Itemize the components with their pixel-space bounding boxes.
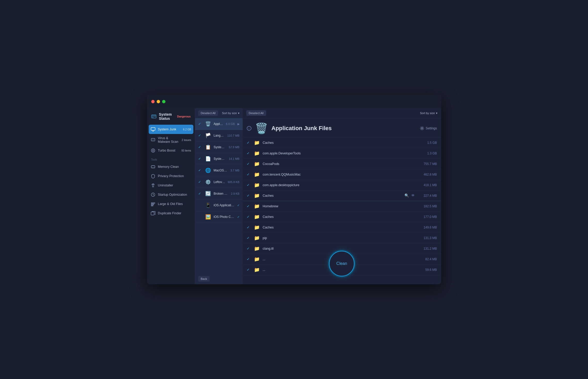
right-panel: Deselect All Sort by size ▾ i 🗑️ Applica… (243, 108, 441, 284)
item-name: Leftovers (214, 180, 225, 184)
sidebar-item-uninstaller[interactable]: Uninstaller (147, 181, 195, 190)
right-list-item[interactable]: ✓ 📁 Homebrew 182.5 MB (243, 201, 441, 212)
maximize-button[interactable] (162, 100, 165, 103)
traffic-lights (151, 100, 165, 103)
uninstaller-label: Uninstaller (158, 184, 191, 187)
header-icon: 🗑️ (255, 122, 268, 135)
svg-point-6 (151, 149, 155, 152)
list-item[interactable]: ✓ ⚙️ Leftovers 605.8 KB (195, 176, 243, 188)
folder-icon: 📁 (254, 182, 260, 188)
folder-icon: 📁 (254, 172, 260, 177)
item-icon: 📋 (205, 144, 211, 150)
privacy-icon (151, 174, 155, 178)
item-icon: 🌐 (205, 167, 211, 173)
right-deselect-all-button[interactable]: Deselect All (246, 110, 266, 116)
eye-action-icon[interactable]: 👁 (411, 193, 416, 198)
list-item[interactable]: 📱 iOS Applications ✓ (195, 200, 243, 211)
item-size: 418.1 MB (419, 183, 437, 187)
item-size: 6.0 GB (226, 122, 235, 125)
item-name: Caches (263, 141, 416, 145)
svg-rect-2 (154, 115, 155, 116)
back-button[interactable]: Back (198, 276, 210, 282)
right-list-item[interactable]: ✓ 📁 Caches 🔍 👁 227.4 MB (243, 191, 441, 201)
right-sort-button[interactable]: Sort by size ▾ (420, 112, 437, 115)
arrow-icon: ▶ (237, 122, 240, 126)
settings-button[interactable]: Settings (420, 126, 437, 130)
list-item[interactable]: ✓ 🗑️ Application Junk Files 6.0 GB ▶ (195, 118, 243, 130)
list-item[interactable]: ✓ 🏳️ Language Files 110.7 MB (195, 130, 243, 141)
folder-icon: 📁 (254, 267, 260, 273)
item-icon: 🖼️ (205, 214, 211, 220)
sidebar-item-duplicate-finder[interactable]: Duplicate Finder (147, 209, 195, 218)
list-item[interactable]: ✓ 🌐 MacOS Localization 3.7 MB (195, 165, 243, 176)
right-list-item[interactable]: ✓ 📁 com.tencent.QQMusicMac 462.8 MB (243, 169, 441, 180)
system-junk-label: System Junk (158, 128, 181, 131)
sidebar: System Status Dangerous System Junk 6.2 … (147, 108, 195, 284)
check-icon: ✓ (247, 225, 251, 230)
right-list-item[interactable]: ✓ 📁 Caches 149.6 MB (243, 222, 441, 233)
folder-icon: 📁 (254, 151, 260, 156)
item-info: System Log Files (214, 145, 226, 149)
main-content: System Status Dangerous System Junk 6.2 … (147, 108, 441, 284)
item-name: System Log Files (214, 145, 226, 149)
check-icon: ✓ (198, 133, 202, 138)
right-list-item[interactable]: ✓ 📁 CocoaPods 755.7 MB (243, 159, 441, 169)
item-name: iOS Photo Cache (214, 215, 235, 219)
sidebar-item-system-junk[interactable]: System Junk 6.2 GB (149, 125, 193, 134)
right-list-item[interactable]: ✓ 📁 com.apple.desktoppicture 418.1 MB (243, 180, 441, 191)
list-item[interactable]: ✓ 📋 System Log Files 57.9 MB (195, 141, 243, 153)
sidebar-item-privacy-protection[interactable]: Privacy Protection (147, 171, 195, 181)
deselect-all-button[interactable]: Deselect All (198, 110, 218, 116)
check-icon: ✓ (247, 183, 251, 187)
check-icon: ✓ (247, 172, 251, 177)
item-info: Language Files (214, 134, 225, 137)
startup-optimization-label: Startup Optimization (158, 193, 191, 196)
duplicate-finder-label: Duplicate Finder (158, 211, 191, 215)
list-item[interactable]: 🖼️ iOS Photo Cache ✓ (195, 211, 243, 223)
sidebar-item-large-old-files[interactable]: Large & Old Files (147, 199, 195, 209)
right-list-item[interactable]: ✓ 📁 Caches 177.0 MB (243, 212, 441, 222)
sidebar-item-startup-optimization[interactable]: Startup Optimization (147, 190, 195, 199)
item-name: Caches (263, 215, 416, 219)
item-size: 462.8 MB (419, 173, 437, 176)
folder-icon: 📁 (254, 214, 260, 220)
item-size: 110.7 MB (227, 134, 239, 137)
item-name: Caches (263, 194, 401, 198)
sidebar-item-turbo-boost[interactable]: Turbo Boost 93 items (147, 146, 195, 155)
right-list-item[interactable]: ✓ 📁 com.apple.DeveloperTools 1.3 GB (243, 148, 441, 159)
startup-icon (151, 192, 155, 197)
privacy-protection-label: Privacy Protection (158, 174, 191, 178)
list-item[interactable]: ✓ 🔄 Broken Login Items 2.9 KB (195, 188, 243, 200)
close-button[interactable] (151, 100, 155, 103)
item-name: MacOS Localization (214, 169, 228, 172)
item-info: MacOS Localization (214, 169, 228, 172)
item-name: CocoaPods (263, 162, 416, 166)
clean-button-container: Clean (329, 251, 355, 277)
folder-icon: 📁 (254, 225, 260, 230)
list-item[interactable]: ✓ 📄 System Cache Files 14.1 MB (195, 153, 243, 165)
right-list-item[interactable]: ✓ 📁 Caches 1.5 GB (243, 138, 441, 148)
right-list-item[interactable]: ✓ 📁 pip 131.3 MB (243, 233, 441, 243)
checkmark-icon: ✓ (237, 215, 240, 219)
sidebar-item-virus-malware[interactable]: Virus & Malware Scan 2 issues (147, 134, 195, 146)
middle-toolbar: Deselect All Sort by size ▾ (195, 108, 243, 118)
minimize-button[interactable] (157, 100, 160, 103)
item-size: 182.5 MB (419, 204, 437, 208)
middle-panel: Deselect All Sort by size ▾ ✓ 🗑️ Applica… (195, 108, 243, 284)
item-name: com.tencent.QQMusicMac (263, 173, 416, 176)
sidebar-item-memory-clean[interactable]: Memory Clean (147, 162, 195, 171)
sort-by-size-button[interactable]: Sort by size ▾ (222, 112, 239, 115)
check-icon: ✓ (247, 141, 251, 145)
item-name: com.apple.DeveloperTools (263, 152, 416, 155)
item-name: Application Junk Files (214, 122, 224, 126)
monitor-icon (151, 127, 155, 132)
clean-button[interactable]: Clean (329, 251, 355, 277)
check-icon: ✓ (247, 162, 251, 166)
memory-clean-label: Memory Clean (158, 165, 191, 169)
search-action-icon[interactable]: 🔍 (404, 193, 409, 198)
info-icon[interactable]: i (247, 126, 251, 131)
item-name: pip (263, 236, 416, 240)
svg-rect-12 (151, 205, 153, 206)
svg-point-14 (422, 128, 423, 129)
back-section: Back (195, 273, 243, 284)
